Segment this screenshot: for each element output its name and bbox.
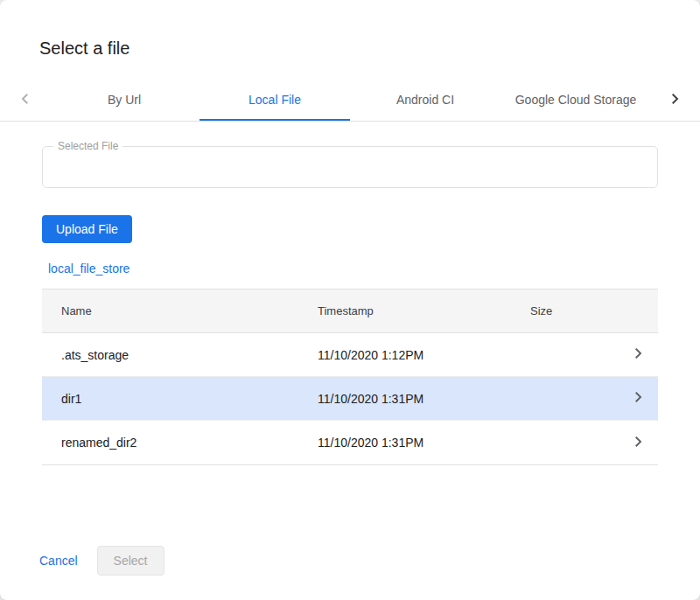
select-button[interactable]: Select [97,546,164,576]
open-directory-button[interactable] [620,431,658,455]
tab-panel-local-file: Selected File Upload File local_file_sto… [0,122,700,546]
file-table: Name Timestamp Size .ats_storage 11/10/2… [42,289,658,465]
select-file-dialog: Select a file By Url Local File Android … [0,0,700,600]
dialog-footer: Cancel Select [0,546,700,600]
column-header-size: Size [530,304,620,317]
chevron-right-icon [665,88,686,112]
table-row[interactable]: dir1 11/10/2020 1:31PM [42,377,658,421]
tabs-scroll-right-button[interactable] [651,80,700,121]
cancel-button[interactable]: Cancel [39,554,78,568]
tab-by-url[interactable]: By Url [49,80,200,121]
tab-label: Google Cloud Storage [515,93,637,107]
table-header-row: Name Timestamp Size [42,290,658,333]
file-timestamp: 11/10/2020 1:12PM [318,348,530,362]
open-directory-button[interactable] [620,343,658,366]
selected-file-field-label: Selected File [53,140,122,152]
file-timestamp: 11/10/2020 1:31PM [318,392,530,406]
tab-list: By Url Local File Android CI Google Clou… [49,80,651,121]
file-timestamp: 11/10/2020 1:31PM [318,436,530,450]
tab-bar: By Url Local File Android CI Google Clou… [0,80,700,122]
column-header-timestamp: Timestamp [318,304,530,317]
tab-label: Android CI [396,93,454,107]
chevron-right-icon [628,387,649,410]
file-name: .ats_storage [61,348,318,362]
tab-local-file[interactable]: Local File [200,80,350,121]
chevron-right-icon [628,431,649,455]
open-directory-button[interactable] [620,387,658,410]
column-header-name: Name [61,304,318,317]
upload-file-button[interactable]: Upload File [42,215,132,243]
tab-android-ci[interactable]: Android CI [350,80,500,121]
table-row[interactable]: renamed_dir2 11/10/2020 1:31PM [42,421,658,464]
tab-google-cloud-storage[interactable]: Google Cloud Storage [500,80,651,121]
chevron-left-icon [14,88,35,112]
local-file-store-link[interactable]: local_file_store [48,262,130,276]
tabs-scroll-left-button[interactable] [0,80,49,121]
chevron-right-icon [628,343,649,366]
tab-label: By Url [108,93,141,107]
file-name: dir1 [61,392,318,406]
dialog-title: Select a file [0,0,700,80]
selected-file-field-wrapper: Selected File [42,146,658,188]
tab-label: Local File [248,93,301,107]
file-name: renamed_dir2 [61,436,318,450]
selected-file-input[interactable] [43,147,657,187]
table-row[interactable]: .ats_storage 11/10/2020 1:12PM [42,333,658,377]
